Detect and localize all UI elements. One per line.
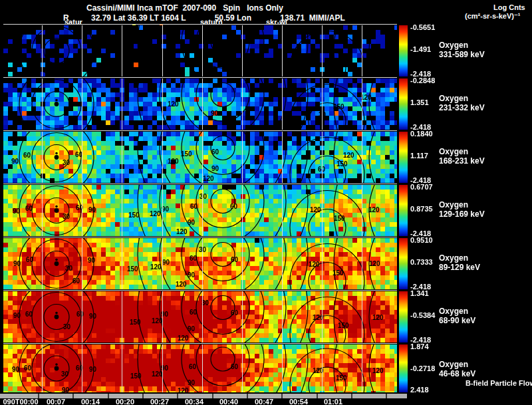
- contour-label: 60: [76, 311, 84, 318]
- contour-label: 30: [65, 265, 72, 272]
- spin-boundary-line: [202, 132, 203, 183]
- heatmap-panel-row: 90603060901501209060909012060120150120: [3, 344, 397, 392]
- colorbar-mid-label: -0.5384: [410, 312, 435, 319]
- contour-label: 150: [334, 215, 345, 222]
- spin-boundary-line: [42, 344, 43, 392]
- colorbar: [399, 291, 408, 342]
- time-axis-tick: [212, 394, 213, 398]
- contour-label: 120: [369, 261, 380, 267]
- spin-boundary-line: [242, 132, 243, 183]
- spin-boundary-line: [362, 185, 362, 236]
- contour-label: 30: [63, 160, 70, 166]
- contour-label: 120: [168, 158, 179, 165]
- spin-boundary-line: [282, 185, 283, 236]
- heatmap-panel-row: 90603060901501209060903012060120150120: [3, 291, 397, 342]
- energy-range-label: 68-90 keV: [439, 317, 475, 325]
- colorbar-max-label: -0.2848: [410, 77, 435, 84]
- row-divider-line: [3, 130, 397, 131]
- contour-label: 60: [231, 310, 238, 317]
- colorbar-max-label: 0.9510: [410, 237, 433, 244]
- contour-label: 90: [89, 366, 96, 373]
- time-axis-tick: [351, 394, 352, 398]
- row-divider-line: [3, 290, 397, 291]
- colorbar-units-line2: (cm²-sr-s-keV)⁻¹: [465, 13, 520, 20]
- spin-boundary-line: [282, 25, 283, 76]
- species-label: Oxygen: [439, 307, 468, 315]
- spin-boundary-line: [242, 25, 243, 76]
- contour-label: 150: [336, 375, 347, 382]
- spin-boundary-line: [322, 78, 323, 130]
- spin-boundary-line: [322, 291, 323, 342]
- contour-label: 120: [150, 211, 161, 217]
- time-axis-tick: [317, 394, 318, 398]
- contour-label: 60: [25, 311, 33, 318]
- contour-label: 60: [231, 257, 238, 263]
- heatmap-canvas: [3, 344, 397, 392]
- contour-label: 60: [26, 257, 33, 263]
- spin-boundary-line: [162, 291, 163, 342]
- contour-label: 120: [310, 207, 321, 213]
- contour-label: 120: [372, 315, 384, 321]
- colorbar: [399, 132, 408, 183]
- contour-label: 30: [63, 324, 70, 331]
- contour-label: 90: [211, 110, 218, 117]
- spin-boundary-line: [82, 344, 82, 392]
- spin-boundary-line: [202, 291, 203, 342]
- time-axis-tick: [177, 394, 178, 398]
- spin-boundary-line: [82, 25, 82, 76]
- colorbar-mid-label: -1.491: [410, 46, 431, 53]
- contour-label: 150: [128, 212, 140, 219]
- energy-range-label: 231-332 keV: [439, 104, 485, 112]
- spin-boundary-line: [322, 25, 323, 76]
- spin-boundary-line: [42, 185, 43, 236]
- heatmap-panel-row: 90603060901501209060903012060120150120: [3, 185, 397, 236]
- contour-label: 120: [176, 281, 187, 288]
- spin-boundary-line: [322, 132, 323, 183]
- spin-boundary-line: [202, 185, 203, 236]
- heatmap-panel-row: [3, 25, 397, 76]
- contour-label: 90: [88, 257, 95, 264]
- contour-label: 90: [211, 166, 219, 172]
- row-divider-line: [3, 77, 397, 78]
- contour-label: 120: [152, 371, 163, 378]
- heatmap-canvas: [3, 25, 397, 76]
- contour-label: 90: [188, 272, 195, 279]
- contour-label: 60: [24, 365, 31, 372]
- contour-label: 30: [61, 371, 68, 378]
- row-divider-line: [3, 184, 397, 184]
- cassini-mimi-inca-display: Cassini/MIMI Inca mTOF 2007-090 Spin Ion…: [0, 0, 532, 405]
- colorbar-units-line1: Log Cnts: [493, 4, 525, 11]
- spin-boundary-line: [362, 344, 362, 392]
- spin-boundary-line: [362, 238, 362, 289]
- spin-boundary-line: [202, 238, 203, 289]
- spin-boundary-line: [82, 185, 82, 236]
- contour-label: 150: [336, 161, 348, 168]
- contour-label: 120: [343, 152, 354, 159]
- contour-label: 150: [333, 104, 344, 110]
- contour-label: 90: [188, 219, 195, 226]
- spin-boundary-line: [122, 132, 122, 183]
- spin-boundary-line: [202, 344, 203, 392]
- contour-label: 150: [338, 323, 349, 329]
- colorbar-mid-label: 1.351: [410, 99, 429, 106]
- spin-boundary-line: [362, 78, 362, 130]
- spin-boundary-line: [82, 78, 82, 130]
- contour-label: 120: [309, 261, 320, 268]
- spin-boundary-line: [282, 344, 283, 392]
- spin-boundary-line: [82, 291, 82, 342]
- spin-boundary-line: [82, 132, 82, 183]
- row-divider-line: [3, 343, 397, 344]
- spin-boundary-line: [42, 78, 43, 130]
- contour-label: 90: [13, 208, 20, 215]
- contour-label: 90: [12, 366, 19, 373]
- contour-label: 60: [23, 152, 31, 159]
- contour-label: 60: [25, 205, 33, 212]
- spin-boundary-line: [322, 185, 323, 236]
- colorbar: [399, 238, 408, 289]
- species-label: Oxygen: [439, 94, 468, 102]
- contour-label: 60: [189, 364, 196, 370]
- colorbar-mid-label: 0.8735: [410, 205, 433, 213]
- contour-label: 150: [332, 270, 344, 277]
- contour-label: 90: [11, 158, 19, 165]
- spin-boundary-line: [122, 344, 122, 392]
